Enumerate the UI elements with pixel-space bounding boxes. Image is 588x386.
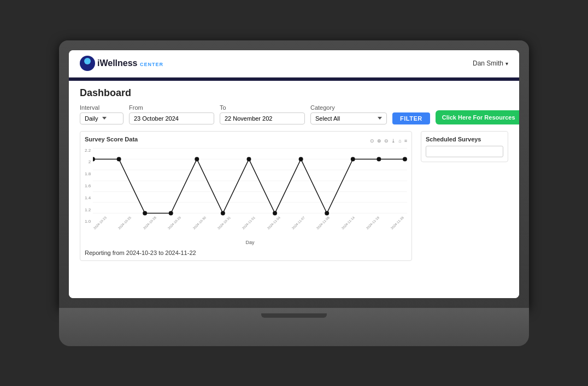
- user-menu[interactable]: Dan Smith ▾: [473, 60, 508, 67]
- svg-point-19: [403, 157, 407, 161]
- scheduled-surveys-panel: Scheduled Surveys: [421, 131, 508, 162]
- chart-home-icon[interactable]: ⌂: [398, 138, 401, 144]
- main-content: Dashboard Interval Daily From: [69, 81, 519, 298]
- scheduled-surveys-input[interactable]: [426, 146, 503, 157]
- sidebar-section: Scheduled Surveys: [421, 131, 508, 261]
- chart-section: Survey Score Data ⊙ ⊕ ⊖ ⤓ ⌂ ≡: [80, 131, 412, 261]
- interval-select[interactable]: Daily: [80, 112, 124, 124]
- category-label: Category: [310, 104, 387, 111]
- app-header: iWellness CENTER Dan Smith ▾: [69, 50, 519, 78]
- x-axis-labels: 2024-10-23 2024-10-25 2024-10-28 2024-10…: [93, 228, 407, 231]
- svg-point-17: [351, 157, 355, 161]
- svg-point-12: [221, 211, 225, 215]
- to-filter-group: To: [220, 104, 305, 124]
- from-input[interactable]: [129, 112, 214, 124]
- logo: iWellness CENTER: [80, 56, 163, 71]
- category-select[interactable]: Select All: [310, 112, 387, 124]
- logo-text: iWellness CENTER: [97, 58, 163, 68]
- user-chevron-icon: ▾: [505, 61, 508, 67]
- interval-filter-group: Interval Daily: [80, 104, 124, 124]
- svg-point-7: [93, 157, 95, 161]
- content-grid: Survey Score Data ⊙ ⊕ ⊖ ⤓ ⌂ ≡: [80, 131, 508, 261]
- scheduled-surveys-title: Scheduled Surveys: [426, 136, 503, 142]
- svg-point-10: [169, 211, 173, 215]
- svg-point-14: [273, 211, 277, 215]
- x-axis-label: Day: [93, 240, 407, 245]
- chart-svg: [93, 148, 407, 224]
- laptop-base: [59, 308, 529, 346]
- chart-toolbar: ⊙ ⊕ ⊖ ⤓ ⌂ ≡: [370, 138, 407, 144]
- svg-point-11: [195, 157, 199, 161]
- chart-title: Survey Score Data: [85, 136, 138, 142]
- category-chevron-icon: [378, 117, 382, 120]
- interval-chevron-icon: [102, 117, 107, 120]
- resources-button[interactable]: Click Here For Resources: [436, 110, 519, 124]
- svg-point-15: [299, 157, 303, 161]
- chart-menu-icon[interactable]: ≡: [404, 138, 407, 144]
- interval-label: Interval: [80, 104, 124, 111]
- svg-point-9: [143, 211, 147, 215]
- chart-zoom-in-icon[interactable]: ⊕: [377, 138, 381, 144]
- user-name: Dan Smith: [473, 60, 503, 67]
- category-value: Select All: [315, 115, 340, 122]
- category-filter-group: Category Select All: [310, 104, 387, 124]
- to-input[interactable]: [220, 112, 305, 124]
- svg-point-18: [377, 157, 381, 161]
- to-label: To: [220, 104, 305, 111]
- interval-value: Daily: [85, 115, 98, 122]
- svg-point-16: [325, 211, 329, 215]
- y-axis: 2.2 2 1.8 1.6 1.4 1.2 1.0: [85, 148, 93, 224]
- chart-reset-icon[interactable]: ⊙: [370, 138, 374, 144]
- chart-plot: 2024-10-23 2024-10-25 2024-10-28 2024-10…: [93, 148, 407, 245]
- chart-area: 2.2 2 1.8 1.6 1.4 1.2 1.0: [85, 148, 407, 245]
- reporting-text: Reporting from 2024-10-23 to 2024-11-22: [85, 250, 407, 256]
- from-filter-group: From: [129, 104, 214, 124]
- svg-point-8: [117, 157, 121, 161]
- chart-zoom-out-icon[interactable]: ⊖: [384, 138, 389, 144]
- from-label: From: [129, 104, 214, 111]
- filter-button[interactable]: FILTER: [392, 112, 430, 124]
- logo-icon: [80, 56, 95, 71]
- svg-point-13: [247, 157, 251, 161]
- chart-download-icon[interactable]: ⤓: [391, 138, 396, 144]
- page-title: Dashboard: [80, 87, 508, 99]
